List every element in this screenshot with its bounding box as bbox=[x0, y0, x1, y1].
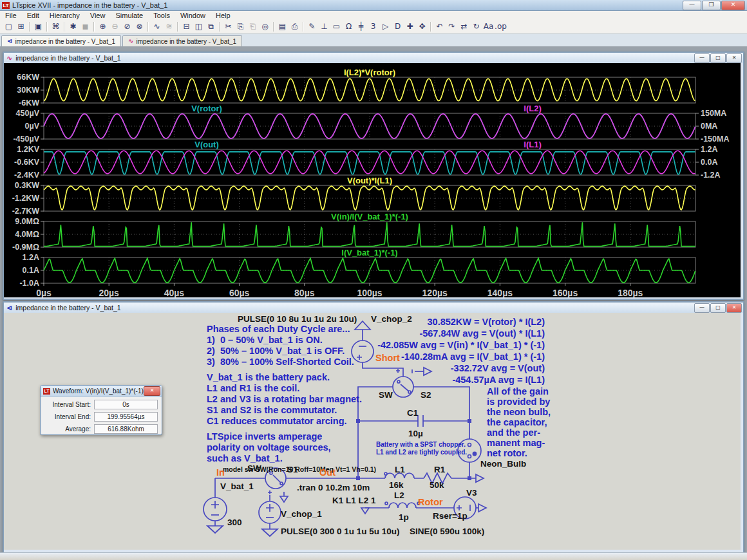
toolbar-rotate-button[interactable]: ↻ bbox=[470, 21, 482, 32]
toolbar-zoom-in-button[interactable]: ⊕ bbox=[97, 21, 109, 32]
trace-label[interactable]: V(rotor) bbox=[191, 104, 222, 113]
measurement-bat-current: -140.28mA avg = I(V_bat_1) * (-1) bbox=[401, 351, 545, 362]
waveform-dialog-close-button[interactable]: ✕ bbox=[144, 386, 160, 396]
c1-value: 10µ bbox=[408, 429, 423, 438]
trace-I(L2) bbox=[44, 114, 695, 138]
waveform-doc-icon: ∿ bbox=[6, 55, 12, 62]
menu-hierarchy[interactable]: Hierarchy bbox=[44, 12, 85, 19]
schematic-window-title: impedance in the battery - V_bat_1 bbox=[15, 304, 120, 312]
close-button[interactable]: ✕ bbox=[721, 1, 745, 10]
vbat1-value: 300 bbox=[227, 518, 242, 527]
schematic-window-titlebar[interactable]: ⊲ impedance in the battery - V_bat_1 — □… bbox=[4, 303, 743, 313]
trace-label[interactable]: V(out)*I(L1) bbox=[347, 176, 392, 185]
toolbar-tile-horizontal-button[interactable]: ⊟ bbox=[180, 21, 193, 32]
toolbar-resistor-button[interactable]: Ω bbox=[343, 21, 355, 32]
toolbar-inductor-button[interactable]: 3 bbox=[367, 21, 379, 32]
menu-window[interactable]: Window bbox=[175, 12, 211, 19]
schematic-canvas[interactable]: PULSE(0 10 8u 1u 1u 2u 10u)V_chop_230.85… bbox=[4, 313, 741, 550]
toolbar-print-button[interactable]: ⎙ bbox=[288, 21, 301, 32]
minimize-button[interactable]: — bbox=[683, 1, 701, 10]
toolbar: ▢⊞▣⌘✱◼⊕⊖⊘⊗∿≋⊟◫⧉✂⎘⎗◎▤⎙✎⊥▭Ω╪3▷D✚✥↶↷⇄↻Aa.op bbox=[0, 20, 747, 33]
toolbar-component-button[interactable]: D bbox=[392, 21, 404, 32]
waveform-maximize-button[interactable]: □ bbox=[710, 53, 726, 63]
measurement-out-voltage: -332.72V avg = V(out) bbox=[451, 363, 545, 373]
waveform-close-button[interactable]: ✕ bbox=[726, 53, 742, 63]
trace-label[interactable]: V(out) bbox=[194, 140, 219, 149]
trace-label[interactable]: I(L1) bbox=[524, 140, 541, 149]
waveform-plot-svg: I(L2)*V(rotor)66KW30KW-6KWV(rotor)I(L2)4… bbox=[4, 63, 741, 297]
toolbar-halt-button[interactable]: ◼ bbox=[79, 21, 91, 32]
comment-gain-1: All of the gain bbox=[487, 386, 549, 397]
toolbar-mirror-button[interactable]: ⇄ bbox=[458, 21, 470, 32]
toolbar-separator bbox=[147, 22, 149, 32]
waveform-window-title: impedance in the battery - V_bat_1 bbox=[15, 54, 120, 62]
toolbar-cascade-button[interactable]: ⧉ bbox=[205, 21, 217, 32]
restore-button[interactable]: ❐ bbox=[702, 1, 721, 10]
trace-label[interactable]: I(L2) bbox=[524, 104, 541, 113]
schematic-minimize-button[interactable]: — bbox=[694, 303, 710, 313]
y-axis-tick-right: 150MA bbox=[701, 109, 726, 118]
tab-waveform[interactable]: ∿impedance in the battery - V_bat_1 bbox=[122, 35, 242, 46]
toolbar-open-button[interactable]: ⊞ bbox=[15, 21, 27, 32]
toolbar-diode-button[interactable]: ▷ bbox=[379, 21, 392, 32]
toolbar-print-preview-button[interactable]: ▤ bbox=[276, 21, 288, 32]
waveform-window-titlebar[interactable]: ∿ impedance in the battery - V_bat_1 — □… bbox=[4, 53, 743, 63]
toolbar-ground-button[interactable]: ⊥ bbox=[318, 21, 330, 32]
toolbar-control-panel-button[interactable]: ⌘ bbox=[50, 21, 62, 32]
toolbar-tile-vertical-button[interactable]: ◫ bbox=[193, 21, 205, 32]
tab-schematic[interactable]: ⊲impedance in the battery - V_bat_1 bbox=[1, 35, 121, 46]
trace-label[interactable]: I(V_bat_1)*(-1) bbox=[341, 248, 397, 257]
waveform-tab-icon: ∿ bbox=[128, 38, 133, 44]
toolbar-label-net-button[interactable]: ▭ bbox=[330, 21, 343, 32]
toolbar-spice-directive-button[interactable]: .op bbox=[495, 21, 507, 32]
toolbar-autorange-y-button[interactable]: ∿ bbox=[151, 21, 163, 32]
menu-view[interactable]: View bbox=[85, 12, 111, 19]
menu-edit[interactable]: Edit bbox=[22, 12, 44, 19]
toolbar-cut-button[interactable]: ✂ bbox=[222, 21, 234, 32]
r1-name: R1 bbox=[434, 465, 445, 474]
toolbar-run-button[interactable]: ✱ bbox=[67, 21, 79, 32]
x-axis-tick: 60µs bbox=[229, 288, 250, 297]
toolbar-find-button[interactable]: ◎ bbox=[259, 21, 271, 32]
comment-magnet: L2 and V3 is a rotating bar magnet. bbox=[207, 394, 362, 404]
toolbar-separator bbox=[430, 22, 431, 32]
toolbar-paste-button[interactable]: ⎗ bbox=[247, 21, 259, 32]
trace-label[interactable]: V(in)/I(V_bat_1)*(-1) bbox=[331, 212, 408, 221]
menu-file[interactable]: File bbox=[0, 12, 22, 19]
comment-phase-1: 1) 0 – 50% V_bat_1 is ON. bbox=[207, 335, 323, 345]
toolbar-undo-button[interactable]: ↶ bbox=[433, 21, 446, 32]
neon-bulb-name: Neon_Bulb bbox=[480, 459, 526, 469]
toolbar-zoom-back-button[interactable]: ⊖ bbox=[109, 21, 121, 32]
l2-value: 1p bbox=[399, 512, 409, 522]
menu-tools[interactable]: Tools bbox=[148, 12, 175, 19]
toolbar-redo-button[interactable]: ↷ bbox=[446, 21, 458, 32]
waveform-dialog-titlebar[interactable]: LT Waveform: V(in)/I(V_bat_1)*(-1) ✕ bbox=[41, 386, 162, 397]
trace-label[interactable]: I(L2)*V(rotor) bbox=[344, 68, 395, 77]
y-axis-tick-right: 1.2A bbox=[701, 145, 717, 154]
menu-help[interactable]: Help bbox=[211, 12, 236, 19]
c1-name: C1 bbox=[407, 408, 418, 418]
measurement-l1-current: -454.57µA avg = I(L1) bbox=[452, 375, 545, 385]
comment-spst-1: Battery with a SPST chopper. bbox=[376, 441, 466, 448]
y-axis-tick-right: -1.2A bbox=[701, 171, 721, 180]
waveform-plot-area[interactable]: I(L2)*V(rotor)66KW30KW-6KWV(rotor)I(L2)4… bbox=[4, 63, 741, 297]
toolbar-drag-button[interactable]: ✥ bbox=[416, 21, 428, 32]
toolbar-wire-button[interactable]: ✎ bbox=[306, 21, 318, 32]
menu-simulate[interactable]: Simulate bbox=[110, 12, 148, 19]
x-axis-tick: 100µs bbox=[357, 288, 382, 297]
toolbar-plot-settings-button[interactable]: ≋ bbox=[163, 21, 175, 32]
coupling-directive: K1 L1 L2 1 bbox=[332, 496, 376, 505]
toolbar-copy-button[interactable]: ⎘ bbox=[234, 21, 247, 32]
schematic-close-button[interactable]: ✕ bbox=[726, 303, 742, 313]
toolbar-move-button[interactable]: ✚ bbox=[404, 21, 416, 32]
toolbar-zoom-full-button[interactable]: ⊗ bbox=[133, 21, 146, 32]
waveform-minimize-button[interactable]: — bbox=[694, 53, 710, 63]
toolbar-zoom-out-button[interactable]: ⊘ bbox=[121, 21, 133, 32]
ltspice-app-window: LT LTspice XVII - impedance in the batte… bbox=[0, 0, 747, 560]
toolbar-new-schematic-button[interactable]: ▢ bbox=[3, 21, 15, 32]
toolbar-save-button[interactable]: ▣ bbox=[32, 21, 44, 32]
toolbar-capacitor-button[interactable]: ╪ bbox=[355, 21, 367, 32]
comment-battery: V_bat_1 is the battery pack. bbox=[207, 372, 330, 382]
schematic-maximize-button[interactable]: □ bbox=[710, 303, 726, 313]
toolbar-text-button[interactable]: Aa bbox=[482, 21, 495, 32]
